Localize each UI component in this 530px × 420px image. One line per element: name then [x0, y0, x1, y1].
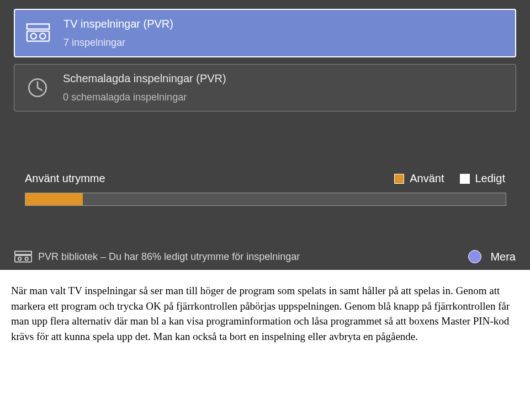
storage-section: Använt utrymme Använt Ledigt: [25, 172, 505, 206]
legend-free: Ledigt: [460, 172, 506, 185]
svg-point-10: [25, 257, 28, 260]
svg-rect-7: [15, 251, 31, 254]
more-button-label[interactable]: Mera: [490, 251, 516, 263]
instruction-caption: När man valt TV inspelningar så ser man …: [0, 270, 530, 344]
footer-bar: PVR bibliotek – Du har 86% ledigt utrymm…: [0, 244, 530, 270]
menu-item-subtitle: 7 inspelningar: [63, 37, 173, 49]
tape-small-icon: [14, 251, 33, 263]
menu-item-subtitle: 0 schemalagda inspelningar: [63, 92, 226, 103]
svg-point-2: [31, 33, 36, 39]
legend-used-label: Använt: [410, 172, 444, 185]
pvr-panel: TV inspelningar (PVR) 7 inspelningar Sch…: [0, 0, 530, 270]
menu-item-scheduled-recordings[interactable]: Schemalagda inspelningar (PVR) 0 schemal…: [14, 64, 516, 111]
storage-title: Använt utrymme: [25, 172, 379, 185]
menu-item-title: Schemalagda inspelningar (PVR): [63, 72, 226, 85]
more-button-dot[interactable]: [468, 250, 481, 263]
legend-free-label: Ledigt: [475, 172, 506, 185]
legend-swatch-used: [394, 174, 404, 184]
menu-item-tv-recordings[interactable]: TV inspelningar (PVR) 7 inspelningar: [14, 9, 516, 57]
svg-point-3: [40, 33, 45, 39]
svg-rect-0: [27, 24, 49, 29]
menu-item-title: TV inspelningar (PVR): [63, 18, 173, 30]
clock-icon: [25, 76, 50, 100]
footer-text: PVR bibliotek – Du har 86% ledigt utrymm…: [38, 251, 463, 263]
svg-line-6: [38, 88, 42, 90]
svg-rect-8: [15, 256, 31, 262]
legend-used: Använt: [394, 172, 444, 185]
storage-bar: [25, 193, 506, 206]
legend-swatch-free: [460, 174, 470, 184]
tape-icon: [26, 21, 50, 45]
svg-point-9: [18, 257, 22, 260]
storage-bar-fill: [25, 193, 83, 205]
